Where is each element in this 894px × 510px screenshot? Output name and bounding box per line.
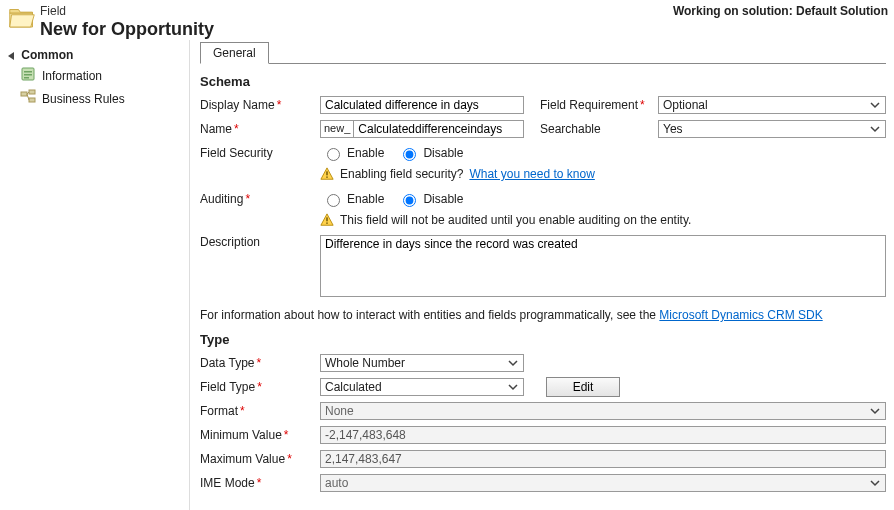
svg-rect-8 bbox=[326, 176, 327, 177]
svg-rect-4 bbox=[21, 92, 27, 96]
security-info-link[interactable]: What you need to know bbox=[469, 167, 594, 181]
warning-icon bbox=[320, 213, 334, 227]
max-value-input bbox=[320, 450, 886, 468]
name-label: Name* bbox=[200, 122, 320, 136]
field-requirement-select[interactable]: Optional bbox=[658, 96, 886, 114]
min-value-input bbox=[320, 426, 886, 444]
data-type-label: Data Type* bbox=[200, 356, 320, 370]
svg-rect-5 bbox=[29, 90, 35, 94]
warning-text: This field will not be audited until you… bbox=[340, 213, 691, 227]
ime-mode-value: auto bbox=[325, 476, 348, 490]
auditing-disable-radio[interactable]: Disable bbox=[398, 191, 463, 207]
sidebar-heading-label: Common bbox=[21, 48, 73, 62]
svg-rect-2 bbox=[24, 74, 32, 76]
field-type-value: Calculated bbox=[325, 380, 382, 394]
sidebar-item-label: Information bbox=[42, 69, 102, 83]
field-type-select[interactable]: Calculated bbox=[320, 378, 524, 396]
type-heading: Type bbox=[200, 332, 886, 347]
tab-general[interactable]: General bbox=[200, 42, 269, 64]
field-security-label: Field Security bbox=[200, 146, 320, 160]
tab-bar: General bbox=[200, 42, 886, 64]
chevron-down-icon bbox=[507, 357, 521, 369]
schema-heading: Schema bbox=[200, 74, 886, 89]
svg-rect-6 bbox=[29, 98, 35, 102]
warning-icon bbox=[320, 167, 334, 181]
sidebar: Common Information Business Rules bbox=[0, 40, 190, 510]
field-security-disable-radio[interactable]: Disable bbox=[398, 145, 463, 161]
min-value-label: Minimum Value* bbox=[200, 428, 320, 442]
searchable-label: Searchable bbox=[540, 122, 658, 136]
sdk-info-text: For information about how to interact wi… bbox=[200, 308, 659, 322]
sidebar-item-information[interactable]: Information bbox=[4, 64, 189, 87]
sdk-link[interactable]: Microsoft Dynamics CRM SDK bbox=[659, 308, 822, 322]
chevron-down-icon bbox=[869, 123, 883, 135]
business-rules-icon bbox=[20, 89, 36, 108]
display-name-label: Display Name* bbox=[200, 98, 320, 112]
svg-rect-3 bbox=[24, 77, 29, 79]
searchable-value: Yes bbox=[663, 122, 683, 136]
auditing-warning: This field will not be audited until you… bbox=[320, 213, 886, 227]
data-type-value: Whole Number bbox=[325, 356, 405, 370]
auditing-enable-radio[interactable]: Enable bbox=[322, 191, 384, 207]
name-prefix: new_ bbox=[320, 120, 353, 138]
field-requirement-value: Optional bbox=[663, 98, 708, 112]
ime-mode-label: IME Mode* bbox=[200, 476, 320, 490]
field-type-label: Field Type* bbox=[200, 380, 320, 394]
field-requirement-label: Field Requirement* bbox=[540, 98, 658, 112]
data-type-select[interactable]: Whole Number bbox=[320, 354, 524, 372]
auditing-label: Auditing* bbox=[200, 192, 320, 206]
solution-label: Working on solution: Default Solution bbox=[673, 4, 894, 18]
edit-button[interactable]: Edit bbox=[546, 377, 620, 397]
sidebar-heading[interactable]: Common bbox=[4, 46, 189, 64]
chevron-down-icon bbox=[869, 405, 883, 417]
sidebar-item-label: Business Rules bbox=[42, 92, 125, 106]
content-area: General Schema Display Name* Field Requi… bbox=[190, 40, 894, 510]
description-textarea[interactable] bbox=[320, 235, 886, 297]
description-label: Description bbox=[200, 235, 320, 249]
warning-text: Enabling field security? bbox=[340, 167, 463, 181]
page-title: New for Opportunity bbox=[40, 18, 673, 40]
field-security-warning: Enabling field security? What you need t… bbox=[320, 167, 886, 181]
folder-icon bbox=[8, 6, 36, 32]
max-value-label: Maximum Value* bbox=[200, 452, 320, 466]
header-entity-label: Field bbox=[40, 4, 673, 18]
page-header: Field New for Opportunity Working on sol… bbox=[0, 0, 894, 40]
ime-mode-select[interactable]: auto bbox=[320, 474, 886, 492]
field-security-enable-radio[interactable]: Enable bbox=[322, 145, 384, 161]
svg-rect-1 bbox=[24, 71, 32, 73]
chevron-down-icon bbox=[869, 477, 883, 489]
format-value: None bbox=[325, 404, 354, 418]
svg-rect-7 bbox=[326, 171, 327, 175]
sidebar-item-business-rules[interactable]: Business Rules bbox=[4, 87, 189, 110]
format-select[interactable]: None bbox=[320, 402, 886, 420]
searchable-select[interactable]: Yes bbox=[658, 120, 886, 138]
svg-rect-9 bbox=[326, 217, 327, 221]
chevron-down-icon bbox=[507, 381, 521, 393]
information-icon bbox=[20, 66, 36, 85]
format-label: Format* bbox=[200, 404, 320, 418]
svg-rect-10 bbox=[326, 222, 327, 223]
chevron-down-icon bbox=[869, 99, 883, 111]
name-input[interactable] bbox=[353, 120, 524, 138]
display-name-input[interactable] bbox=[320, 96, 524, 114]
collapse-arrow-icon bbox=[8, 52, 14, 60]
sdk-info: For information about how to interact wi… bbox=[200, 308, 886, 322]
